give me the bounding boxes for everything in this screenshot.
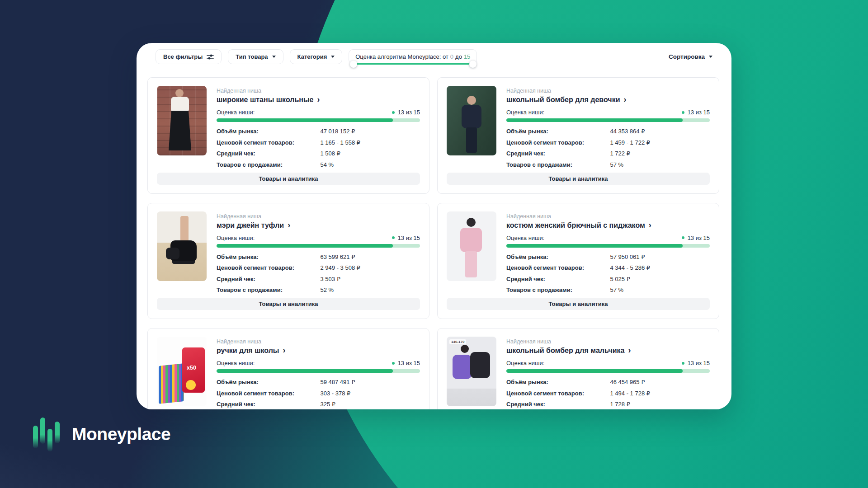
score-text: 13 из 15 — [688, 235, 710, 241]
product-image — [157, 211, 207, 281]
score-progress-bar — [217, 369, 420, 373]
products-analytics-button[interactable]: Товары и аналитика — [447, 173, 710, 185]
niche-score-row: Оценка ниши: 13 из 15 — [506, 109, 710, 116]
stat-label: Товаров с продажами: — [217, 286, 321, 293]
stat-value: 3 503 ₽ — [321, 276, 340, 282]
algorithm-score-to-value: 15 — [464, 54, 470, 60]
stat-value: 1 728 ₽ — [610, 401, 630, 408]
score-progress-fill — [506, 244, 683, 248]
niche-card: x50 Найденная ниша ручки для школы › Оце… — [147, 328, 429, 409]
niche-score-value: 13 из 15 — [392, 360, 420, 366]
stat-avg-check: Средний чек: 3 503 ₽ — [217, 276, 420, 282]
moneyplace-bars-icon — [33, 417, 60, 452]
product-image-shape — [467, 218, 476, 227]
niche-score-value: 13 из 15 — [392, 235, 420, 241]
product-image-shape — [462, 105, 481, 128]
niche-score-label: Оценка ниши: — [506, 109, 544, 116]
niche-score-label: Оценка ниши: — [506, 360, 544, 366]
found-niche-label: Найденная ниша — [217, 213, 420, 220]
stat-value: 52 % — [321, 286, 334, 293]
products-analytics-button[interactable]: Товары и аналитика — [447, 298, 710, 310]
range-slider-handle-min[interactable] — [350, 61, 357, 68]
range-slider-handle-max[interactable] — [469, 61, 476, 68]
stat-label: Объём рынка: — [217, 128, 321, 135]
stat-value: 63 599 621 ₽ — [321, 253, 355, 260]
card-content: Найденная ниша мэри джейн туфли › Оценка… — [217, 211, 420, 294]
stat-label: Средний чек: — [217, 150, 321, 157]
sliders-icon — [207, 54, 214, 60]
niche-score-row: Оценка ниши: 13 из 15 — [506, 235, 710, 241]
stat-value: 2 949 - 3 508 ₽ — [321, 264, 361, 271]
niche-stats: Объём рынка: 63 599 621 ₽ Ценовой сегмен… — [217, 253, 420, 294]
niche-title: школьный бомбер для девочки — [506, 96, 620, 104]
product-image-shape — [465, 251, 477, 277]
score-text: 13 из 15 — [688, 109, 710, 116]
product-image-shape — [466, 127, 477, 153]
all-filters-button[interactable]: Все фильтры — [156, 49, 222, 64]
card-content: Найденная ниша ручки для школы › Оценка … — [217, 337, 420, 409]
stat-label: Ценовой сегмент товаров: — [217, 390, 321, 397]
products-analytics-button[interactable]: Товары и аналитика — [157, 298, 420, 310]
niche-card: 140-170 Найденная ниша школьный бомбер д… — [437, 328, 719, 409]
stat-value: 1 722 ₽ — [610, 150, 630, 157]
stat-avg-check: Средний чек: 325 ₽ — [217, 401, 420, 408]
moneyplace-logo: Moneyplace — [33, 417, 170, 452]
niche-title-link[interactable]: костюм женский брючный с пиджаком › — [506, 221, 710, 230]
stat-value: 303 - 378 ₽ — [321, 390, 351, 397]
niche-title-link[interactable]: широкие штаны школьные › — [217, 96, 420, 104]
niche-title-link[interactable]: школьный бомбер для мальчика › — [506, 347, 710, 355]
product-type-dropdown[interactable]: Тип товара — [228, 49, 283, 64]
niche-score-label: Оценка ниши: — [217, 109, 255, 116]
chevron-down-icon — [331, 56, 335, 58]
card-body: x50 Найденная ниша ручки для школы › Оце… — [157, 337, 420, 409]
stat-price-segment: Ценовой сегмент товаров: 1 459 - 1 722 ₽ — [506, 139, 710, 146]
algorithm-score-from-value: 0 — [450, 54, 453, 60]
niche-title-link[interactable]: школьный бомбер для девочки › — [506, 96, 710, 104]
stat-market-volume: Объём рынка: 59 487 491 ₽ — [217, 379, 420, 385]
algorithm-score-label: Оценка алгоритма Moneyplace: от — [355, 54, 448, 60]
niche-stats: Объём рынка: 57 950 061 ₽ Ценовой сегмен… — [506, 253, 710, 294]
niche-stats: Объём рынка: 47 018 152 ₽ Ценовой сегмен… — [217, 128, 420, 168]
stat-price-segment: Ценовой сегмент товаров: 2 949 - 3 508 ₽ — [217, 264, 420, 271]
stat-label: Средний чек: — [506, 150, 610, 157]
stat-products-with-sales: Товаров с продажами: 54 % — [217, 161, 420, 168]
category-label: Категория — [297, 54, 327, 60]
sort-label: Сортировка — [669, 54, 705, 60]
green-dot-icon — [682, 236, 684, 239]
product-image — [447, 211, 496, 281]
algorithm-score-range-filter[interactable]: Оценка алгоритма Moneyplace: от 0 до 15 — [349, 49, 477, 64]
chevron-right-icon: › — [317, 95, 320, 103]
product-image-shape — [171, 97, 189, 111]
score-progress-fill — [217, 369, 393, 373]
stat-label: Объём рынка: — [506, 128, 610, 135]
stat-label: Средний чек: — [217, 276, 321, 282]
stat-label: Товаров с продажами: — [217, 161, 321, 168]
niche-score-label: Оценка ниши: — [506, 235, 544, 241]
card-content: Найденная ниша школьный бомбер для девоч… — [506, 86, 710, 168]
sort-dropdown[interactable]: Сортировка — [669, 54, 712, 60]
stat-value: 1 459 - 1 722 ₽ — [610, 139, 651, 146]
chevron-right-icon: › — [623, 95, 626, 103]
niche-title-link[interactable]: ручки для школы › — [217, 347, 420, 355]
niche-title-link[interactable]: мэри джейн туфли › — [217, 221, 420, 230]
stat-market-volume: Объём рынка: 46 454 965 ₽ — [506, 379, 710, 385]
green-dot-icon — [392, 236, 395, 239]
card-body: Найденная ниша костюм женский брючный с … — [447, 211, 710, 294]
stat-label: Объём рынка: — [217, 379, 321, 385]
stat-value: 47 018 152 ₽ — [321, 128, 355, 135]
stat-avg-check: Средний чек: 1 722 ₽ — [506, 150, 710, 157]
products-analytics-button[interactable]: Товары и аналитика — [157, 173, 420, 185]
product-image-shape — [467, 96, 476, 105]
found-niche-label: Найденная ниша — [217, 338, 420, 345]
product-type-label: Тип товара — [236, 54, 268, 60]
niche-stats: Объём рынка: 46 454 965 ₽ Ценовой сегмен… — [506, 379, 710, 409]
stat-market-volume: Объём рынка: 57 950 061 ₽ — [506, 253, 710, 260]
stat-label: Объём рынка: — [506, 253, 610, 260]
stat-value: 325 ₽ — [321, 401, 336, 408]
card-content: Найденная ниша школьный бомбер для мальч… — [506, 337, 710, 409]
stat-avg-check: Средний чек: 1 508 ₽ — [217, 150, 420, 157]
niche-score-value: 13 из 15 — [392, 109, 420, 116]
category-dropdown[interactable]: Категория — [290, 49, 343, 64]
stat-label: Ценовой сегмент товаров: — [217, 139, 321, 146]
niche-score-value: 13 из 15 — [682, 235, 710, 241]
